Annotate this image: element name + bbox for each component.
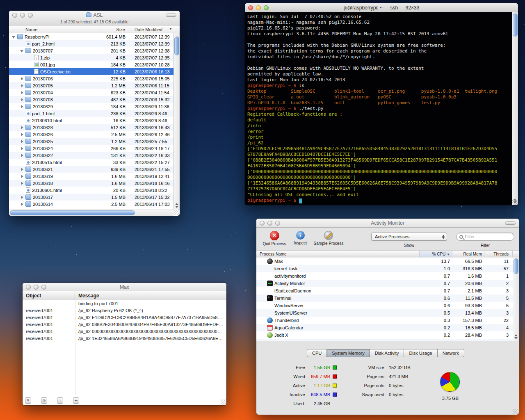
max-row[interactable]: binding to port 7001	[23, 300, 226, 307]
tab-disk-activity[interactable]: Disk Activity	[370, 349, 404, 357]
finder-row[interactable]: 20130618 1.6 MB 2013/06/18 16:16	[9, 180, 173, 187]
max-row[interactable]: received7001 /pi_62 Raspberry Pi 62 OK (…	[23, 307, 226, 314]
disclosure-icon[interactable]	[20, 90, 25, 95]
clear-button[interactable]: ✕	[25, 397, 31, 404]
column-header-size[interactable]: Size	[100, 26, 131, 33]
disclosure-icon[interactable]	[11, 34, 16, 39]
resize-grip[interactable]	[513, 409, 518, 414]
finder-row[interactable]: 1.zip 4 KB 2013/07/07 12:35	[9, 54, 173, 61]
tab-disk-usage[interactable]: Disk Usage	[404, 349, 437, 357]
process-row[interactable]: SystemUIServer 0.5 13.4 MB 3	[256, 309, 513, 317]
minimize-button[interactable]	[256, 5, 261, 10]
finder-row[interactable]: 20130624 266 KB 2013/06/24 18:17	[9, 145, 173, 152]
scrollbar-thumb[interactable]	[513, 14, 518, 37]
column-header-process-name[interactable]: Process Name	[256, 251, 420, 257]
finder-row[interactable]: 20130601.html 20 KB 2013/06/18 8:22	[9, 187, 173, 194]
scrollbar-arrows[interactable]	[513, 333, 519, 340]
max-titlebar[interactable]: Max	[23, 283, 226, 291]
finder-row[interactable]: 20130706 225 KB 2013/07/06 15:05	[9, 75, 173, 82]
disclosure-icon[interactable]	[20, 139, 25, 144]
close-button[interactable]	[260, 221, 265, 226]
finder-row[interactable]: 20130626 2.5 MB 2013/06/26 12:46	[9, 131, 173, 138]
finder-row[interactable]: 20130625 1.2 MB 2013/06/25 7:55	[9, 138, 173, 145]
clock-button[interactable]: ◷	[41, 397, 47, 404]
column-header-date[interactable]: Date Modified ▼	[131, 26, 180, 33]
minimize-button[interactable]	[20, 13, 25, 18]
process-row[interactable]: Thunderbird 0.3 157.3 MB 22	[256, 317, 513, 324]
disclosure-icon[interactable]	[20, 181, 25, 186]
terminal-body[interactable]: Last login: Sun Jul 7 07:40:52 on consol…	[245, 12, 512, 205]
column-header-name[interactable]: Name	[9, 26, 100, 33]
disclosure-icon[interactable]	[20, 195, 25, 200]
zoom-button[interactable]	[275, 221, 280, 226]
disclosure-icon[interactable]	[20, 160, 25, 165]
column-header-real-mem[interactable]: Real Mem	[452, 251, 484, 257]
finder-vertical-scrollbar[interactable]	[173, 33, 180, 210]
finder-row[interactable]: 20130610.html 16 KB 2013/06/29 8:46	[9, 117, 173, 124]
finder-row[interactable]: 20130703 487 KB 2013/07/03 15:32	[9, 96, 173, 103]
finder-row[interactable]: 20130617 1.5 MB 2013/06/17 15:32	[9, 194, 173, 201]
process-row[interactable]: Max 13.7 66.5 MB 11	[256, 258, 513, 265]
finder-row[interactable]: 20130619 1.6 MB 2013/06/19 12:41	[9, 173, 173, 180]
finder-row[interactable]: OSCreceive.txt 12 KB 2013/07/06 16:13	[9, 68, 173, 75]
disclosure-icon[interactable]	[20, 41, 25, 46]
finder-row[interactable]: 20130629 184 KB 2013/06/29 11:38	[9, 103, 173, 110]
disclosure-icon[interactable]	[20, 202, 25, 207]
disclosure-icon[interactable]	[20, 83, 25, 88]
sample-process-button[interactable]: Sample Process	[310, 231, 347, 246]
finder-row[interactable]: 001.jpg 184 KB 2013/07/07 10:28	[9, 61, 173, 68]
quit-process-button[interactable]: ✕ Quit Process	[260, 231, 289, 246]
tab-cpu[interactable]: CPU	[307, 349, 327, 357]
disclosure-icon[interactable]	[20, 188, 25, 193]
close-button[interactable]	[26, 285, 31, 290]
disclosure-icon[interactable]	[20, 125, 25, 130]
tab-system-memory[interactable]: System Memory	[327, 349, 370, 357]
toolbar-toggle-button[interactable]	[505, 221, 516, 225]
finder-row[interactable]: 20130705 1.2 MB 2013/07/06 11:15	[9, 82, 173, 89]
disclosure-icon[interactable]	[28, 69, 33, 74]
column-header-cpu[interactable]: % CPU ▼	[420, 251, 452, 257]
process-scrollbar[interactable]	[513, 258, 519, 341]
column-header-object[interactable]: Object	[23, 291, 75, 300]
terminal-scrollbar[interactable]	[512, 12, 518, 205]
filter-input[interactable]	[465, 234, 506, 239]
disclosure-icon[interactable]	[20, 146, 25, 151]
disclosure-icon[interactable]	[20, 174, 25, 179]
process-row[interactable]: iStatLocalDaemon 0.7 2.1 MB 3	[256, 287, 513, 294]
disclosure-icon[interactable]	[28, 62, 33, 67]
finder-row[interactable]: part_1.html 238 KB 2013/06/29 8:46	[9, 110, 173, 117]
scrollbar-arrows[interactable]	[174, 202, 180, 209]
show-dropdown[interactable]: Active Processes	[371, 233, 447, 241]
max-row[interactable]: received7001 /pi_62 088B2E3040800B406004…	[23, 321, 226, 328]
process-row[interactable]: Activity Monitor 0.7 20.6 MB 2	[256, 280, 513, 287]
column-header-threads[interactable]: Threads	[484, 251, 513, 257]
finder-row[interactable]: 20130628 512 KB 2013/06/28 16:43	[9, 124, 173, 131]
process-row[interactable]: kernel_task 1.0 316.3 MB 57	[256, 265, 513, 272]
toolbar-toggle-button[interactable]	[166, 14, 176, 17]
disclosure-icon[interactable]	[20, 167, 25, 172]
finder-horizontal-scrollbar[interactable]	[9, 210, 173, 216]
close-button[interactable]	[12, 13, 17, 18]
inspect-button[interactable]: i Inspect	[291, 231, 310, 245]
finder-row[interactable]: 20130704 623 KB 2013/07/04 11:54	[9, 89, 173, 96]
zoom-button[interactable]	[41, 285, 46, 290]
process-row[interactable]: activitymonitord 0.7 1.6 MB 1	[256, 272, 513, 280]
max-row[interactable]: received7001 /pi_62 E1D9D2CFC9C2B9B5B4B1…	[23, 314, 226, 321]
minimize-button[interactable]	[267, 221, 272, 226]
zoom-button[interactable]	[28, 13, 33, 18]
minimize-button[interactable]	[34, 285, 39, 290]
finder-row[interactable]: part_2.html 213 KB 2013/07/07 12:39	[9, 40, 173, 47]
close-button[interactable]	[248, 5, 253, 10]
filter-field[interactable]	[456, 233, 514, 241]
resize-grip[interactable]	[512, 199, 518, 205]
disclosure-icon[interactable]	[20, 118, 25, 123]
scrollbar-thumb[interactable]	[10, 210, 135, 215]
resize-grip[interactable]	[174, 210, 179, 215]
finder-row[interactable]: 20130622 131 KB 2013/06/22 16:33	[9, 152, 173, 159]
disclosure-icon[interactable]	[20, 48, 25, 53]
back-button[interactable]: ←	[73, 397, 79, 404]
process-row[interactable]: WindowServer 0.6 93.3 MB 5	[256, 302, 513, 309]
finder-row[interactable]: 20130707 201 KB 2013/07/07 12:38	[9, 47, 173, 54]
disclosure-icon[interactable]	[20, 97, 25, 102]
terminal-titlebar[interactable]: pi@raspberrypi: ~ — ssh — 92×33	[245, 3, 518, 12]
